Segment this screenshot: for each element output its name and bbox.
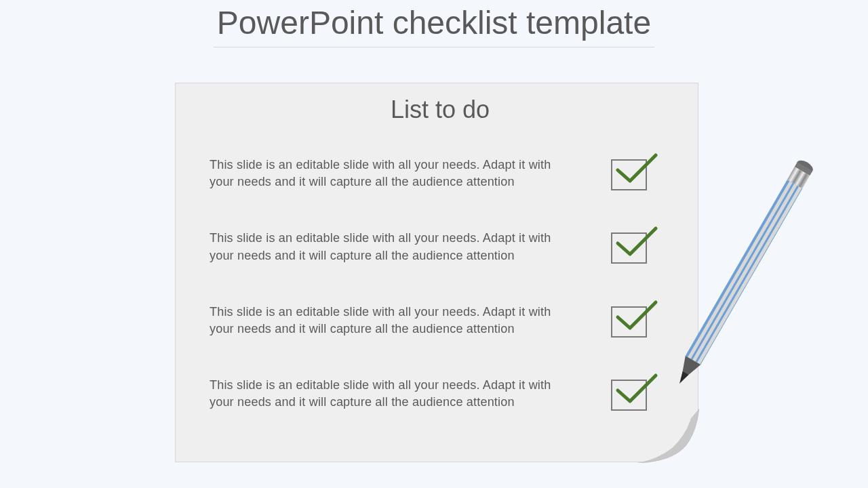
checkmark-icon bbox=[615, 226, 660, 260]
checkmark-icon bbox=[615, 152, 660, 186]
item-text: This slide is an editable slide with all… bbox=[210, 304, 562, 338]
checkmark-icon bbox=[615, 300, 660, 333]
svg-rect-4 bbox=[688, 181, 792, 359]
list-item: This slide is an editable slide with all… bbox=[210, 157, 671, 190]
item-text: This slide is an editable slide with all… bbox=[210, 230, 562, 264]
svg-rect-5 bbox=[692, 184, 797, 361]
page-curl-icon bbox=[638, 409, 699, 463]
item-text: This slide is an editable slide with all… bbox=[210, 377, 562, 411]
checkbox bbox=[611, 157, 658, 190]
page-title: PowerPoint checklist template bbox=[214, 0, 654, 47]
item-text: This slide is an editable slide with all… bbox=[210, 157, 562, 190]
svg-rect-6 bbox=[697, 186, 802, 364]
checklist-paper: List to do This slide is an editable sli… bbox=[175, 83, 698, 462]
list-title: List to do bbox=[210, 96, 671, 124]
list-item: This slide is an editable slide with all… bbox=[210, 304, 671, 338]
checkbox bbox=[611, 230, 658, 264]
svg-rect-2 bbox=[787, 167, 810, 188]
checkmark-icon bbox=[615, 373, 660, 407]
svg-rect-1 bbox=[795, 162, 813, 176]
list-item: This slide is an editable slide with all… bbox=[210, 377, 671, 411]
checklist: This slide is an editable slide with all… bbox=[210, 157, 671, 411]
list-item: This slide is an editable slide with all… bbox=[210, 230, 671, 264]
checkbox bbox=[611, 304, 658, 338]
checkbox bbox=[611, 377, 658, 411]
svg-point-0 bbox=[795, 158, 815, 175]
svg-rect-3 bbox=[686, 180, 803, 365]
